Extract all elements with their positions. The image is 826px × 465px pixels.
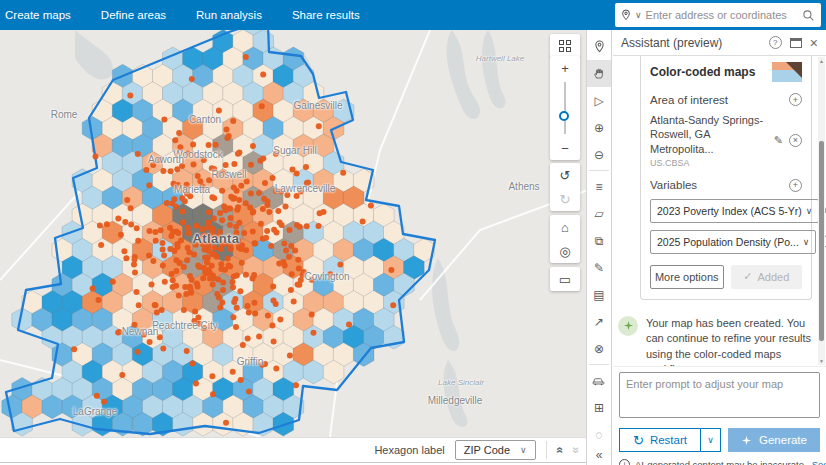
workflow-card: Color-coded maps Area of interest + Atla… xyxy=(640,56,812,300)
ruler-icon[interactable]: ▱ xyxy=(587,200,611,227)
aoi-name: Atlanta-Sandy Springs-Roswell, GA Metrop… xyxy=(650,113,770,156)
disclaimer-text: AI-generated content may be inaccurate. xyxy=(635,459,807,465)
map-zoom-toolbar: + − xyxy=(550,56,580,160)
divider xyxy=(589,364,609,365)
duplicate-icon[interactable]: ⧉ xyxy=(587,227,611,254)
zoom-out-tool-icon[interactable]: ⊖ xyxy=(587,141,611,168)
assistant-message: Your map has been created. You can conti… xyxy=(618,316,816,366)
redo-icon: ↻ xyxy=(550,187,580,211)
legend-icon[interactable]: ≡ xyxy=(587,173,611,200)
map-home-toolbar: ⌂ ◎ xyxy=(550,215,580,263)
nav-share-results[interactable]: Share results xyxy=(292,9,360,21)
table-grid-icon[interactable]: ⊞ xyxy=(587,394,611,421)
assistant-message-text: Your map has been created. You can conti… xyxy=(646,316,816,366)
assistant-sparkle-avatar xyxy=(618,316,638,336)
zoom-slider[interactable] xyxy=(564,82,566,134)
divider xyxy=(546,441,547,459)
add-aoi-icon[interactable]: + xyxy=(789,93,802,106)
generate-button[interactable]: Generate xyxy=(728,428,820,452)
monitor-icon[interactable]: ▭ xyxy=(550,267,580,291)
zoom-slider-handle[interactable] xyxy=(559,111,569,121)
help-icon[interactable]: ? xyxy=(769,36,782,49)
business-analyst-app: Create maps Define areas Run analysis Sh… xyxy=(0,0,826,465)
aoi-item: Atlanta-Sandy Springs-Roswell, GA Metrop… xyxy=(650,113,802,168)
assistant-footer: ↻ Restart ∨ Generate i AI-generated cont… xyxy=(613,366,826,465)
chevron-down-icon: ∨ xyxy=(803,237,810,247)
search-icon[interactable] xyxy=(802,9,815,22)
see-terms-link[interactable]: See terms xyxy=(812,459,826,465)
ai-disclaimer: i AI-generated content may be inaccurate… xyxy=(619,459,820,465)
zoom-in-tool-icon[interactable]: ⊕ xyxy=(587,114,611,141)
restart-options-chevron[interactable]: ∨ xyxy=(700,428,721,452)
assistant-title: Assistant (preview) xyxy=(621,36,761,50)
nav-define-areas[interactable]: Define areas xyxy=(101,9,166,21)
search-input[interactable] xyxy=(646,9,798,21)
nav-create-maps[interactable]: Create maps xyxy=(5,9,71,21)
map-monitor-toolbar: ▭ xyxy=(550,267,580,291)
report-icon[interactable]: ▤ xyxy=(587,281,611,308)
added-button: ✓ Added xyxy=(731,265,803,289)
zoom-in-button[interactable]: + xyxy=(550,56,580,80)
added-label: Added xyxy=(757,271,789,283)
assistant-header: Assistant (preview) ? × xyxy=(613,30,826,56)
aoi-source: US.CBSA xyxy=(650,158,770,168)
variables-label: Variables xyxy=(650,179,697,191)
top-nav-bar: Create maps Define areas Run analysis Sh… xyxy=(0,0,826,30)
nav-run-analysis[interactable]: Run analysis xyxy=(196,9,262,21)
assistant-scroll-area[interactable]: Color-coded maps Area of interest + Atla… xyxy=(613,56,826,366)
apps-grid-icon[interactable] xyxy=(550,34,580,58)
refresh-icon: ↻ xyxy=(633,433,644,448)
prompt-input[interactable] xyxy=(619,372,820,418)
scroll-up-arrow-icon[interactable]: ▲ xyxy=(818,58,825,64)
add-variable-icon[interactable]: + xyxy=(789,179,802,192)
workflow-card-title: Color-coded maps xyxy=(650,62,755,79)
map-undo-toolbar: ↺ ↻ xyxy=(550,163,580,211)
edit-pencil-icon[interactable]: ✎ xyxy=(774,134,783,147)
pin-tool-icon[interactable] xyxy=(587,33,611,60)
collapse-up-icon[interactable]: « xyxy=(553,447,567,454)
undo-icon[interactable]: ↺ xyxy=(550,163,580,187)
zoom-out-button[interactable]: − xyxy=(550,136,580,160)
location-pin-icon xyxy=(621,9,631,21)
hexagon-label-value: ZIP Code xyxy=(464,444,510,456)
remove-aoi-icon[interactable]: × xyxy=(789,134,802,147)
panel-scrollbar[interactable]: ▲ ▼ xyxy=(818,57,825,365)
check-icon: ✓ xyxy=(743,270,752,283)
edit-icon[interactable]: ✎ xyxy=(587,254,611,281)
restart-button[interactable]: ↻ Restart xyxy=(619,428,700,452)
map-canvas[interactable]: RomeGainesvilleCantonSugar HillWoodstock… xyxy=(0,30,588,437)
maximize-window-icon[interactable] xyxy=(790,38,802,48)
map-apps-toolbar xyxy=(550,34,580,58)
hexagon-label-caption: Hexagon label xyxy=(374,444,444,456)
hexagon-label-select[interactable]: ZIP Code ∨ xyxy=(455,440,536,460)
pan-hand-icon[interactable] xyxy=(587,60,611,87)
aoi-label: Area of interest xyxy=(650,94,728,106)
more-options-button[interactable]: More options xyxy=(650,265,724,289)
variable-value-2: 2025 Population Density (Po... xyxy=(657,236,799,248)
scroll-down-arrow-icon[interactable]: ▼ xyxy=(818,358,825,364)
chevron-down-icon: ∨ xyxy=(806,206,813,216)
locate-icon[interactable]: ◎ xyxy=(550,239,580,263)
search-mode-chevron-icon[interactable]: ∨ xyxy=(635,10,642,20)
divider xyxy=(589,170,609,171)
drive-time-car-icon[interactable] xyxy=(587,367,611,394)
home-icon[interactable]: ⌂ xyxy=(550,215,580,239)
close-icon[interactable]: × xyxy=(810,35,818,51)
select-cursor-icon[interactable]: ▷ xyxy=(587,87,611,114)
info-icon: i xyxy=(619,459,630,465)
address-search-box[interactable]: ∨ xyxy=(615,3,821,27)
sparkle-icon xyxy=(741,435,752,446)
variable-select-1[interactable]: 2023 Poverty Index (ACS 5-Yr) ∨ xyxy=(650,199,819,223)
assistant-panel: Assistant (preview) ? × Color-coded maps… xyxy=(613,30,826,465)
chevron-down-icon: ∨ xyxy=(520,445,527,455)
map-style-thumbnail[interactable] xyxy=(772,62,802,82)
share-icon[interactable]: ↗ xyxy=(587,308,611,335)
collapse-panel-icon[interactable]: « xyxy=(596,448,603,462)
remove-circle-icon[interactable]: ⊗ xyxy=(587,335,611,362)
lasso-select-icon[interactable]: ◌ xyxy=(587,421,611,448)
expand-down-icon: » xyxy=(570,447,584,454)
map-bottom-bar: Hexagon label ZIP Code ∨ « » xyxy=(0,437,588,463)
variable-select-2[interactable]: 2025 Population Density (Po... ∨ xyxy=(650,230,816,254)
scrollbar-thumb[interactable] xyxy=(819,141,824,341)
map-tool-strip: ▷ ⊕ ⊖ ≡ ▱ ⧉ ✎ ▤ ↗ ⊗ ⊞ ◌ « xyxy=(586,30,612,465)
